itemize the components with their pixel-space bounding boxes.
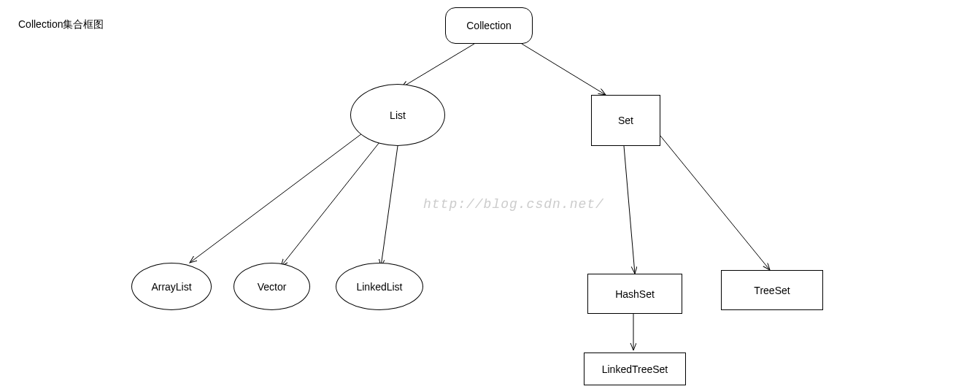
node-hashset: HashSet	[587, 274, 682, 314]
svg-line-4	[381, 146, 398, 266]
node-linkedlist: LinkedList	[336, 263, 423, 310]
svg-line-6	[657, 131, 770, 270]
node-collection: Collection	[445, 7, 533, 44]
svg-line-0	[401, 44, 474, 88]
watermark-text: http://blog.csdn.net/	[423, 197, 604, 212]
node-set: Set	[591, 95, 660, 146]
node-linkedtreeset: LinkedTreeSet	[584, 353, 686, 385]
diagram-edges	[0, 0, 980, 389]
svg-line-5	[624, 146, 635, 274]
svg-line-2	[190, 131, 365, 263]
node-arraylist: ArrayList	[131, 263, 212, 310]
diagram-title: Collection集合框图	[18, 18, 104, 31]
node-list: List	[350, 84, 445, 146]
node-treeset: TreeSet	[721, 270, 823, 310]
svg-line-1	[522, 44, 606, 95]
svg-line-3	[281, 142, 379, 266]
node-vector: Vector	[234, 263, 310, 310]
